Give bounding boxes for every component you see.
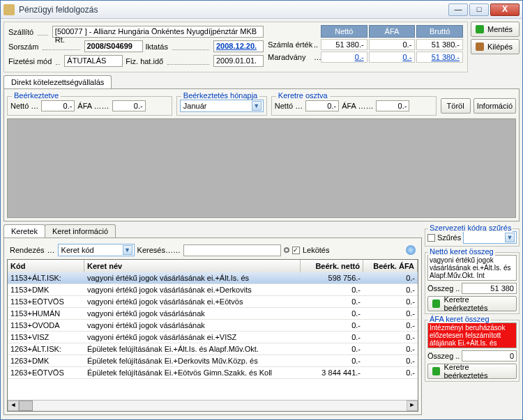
vatbox-desc: Intézményi beruházások előzetesen felszá… [427, 322, 517, 348]
table-row[interactable]: 1153+HUMÁNvagyoni értékű jogok vásárlásá… [8, 308, 418, 320]
received-vat: 0.- [112, 100, 146, 111]
supplier-label: Szállító [8, 28, 33, 36]
remain-net[interactable]: 0.- [321, 52, 367, 63]
table-row[interactable]: 1153+VISZvagyoni értékű jogok vásárlásán… [8, 332, 418, 343]
minimize-button[interactable]: — [448, 3, 468, 16]
window: Pénzügyi feldolgozás — □ X Szállító [500… [0, 0, 523, 420]
chevron-down-icon: ▼ [505, 233, 515, 242]
search-label: Keresés…… [137, 246, 181, 254]
remain-vat[interactable]: 0.- [369, 52, 416, 63]
table-row[interactable]: 1263+ÁLT.ISK:Épületek felújításának Ei.+… [8, 343, 418, 355]
exit-icon [476, 42, 484, 51]
remain-label: Maradvány [268, 53, 314, 61]
sort-label: Rendezés [10, 246, 45, 254]
table-row[interactable]: 1263+EÖTVÖSÉpületek felújításának Ei.+Eö… [8, 367, 418, 379]
seq-label: Sorszám [8, 42, 38, 51]
split-vat: 0.- [376, 100, 409, 111]
orgfilter-legend: Szervezeti kódra szűrés [428, 224, 513, 232]
vatbox-legend: ÁFA keret összeg [428, 315, 491, 323]
chevron-down-icon: ▼ [123, 245, 132, 255]
col-name[interactable]: Keret név [84, 260, 301, 272]
check-icon [476, 25, 484, 33]
chevron-down-icon: ▼ [252, 101, 262, 111]
split-net: 0.- [305, 100, 339, 111]
app-icon [3, 4, 15, 15]
pay-label: Fizetési mód [8, 57, 52, 65]
budget-table: Kód Keret név Beérk. nettó Beérk. ÁFA 11… [7, 259, 418, 412]
reg-label: Iktatás [146, 42, 168, 51]
apply-net-button[interactable]: Keretre beérkeztetés [427, 296, 517, 311]
header-form: Szállító [500077 ] - Allianz Hungária Ön… [3, 22, 468, 72]
due-date[interactable]: 2009.01.01. [213, 55, 264, 67]
table-row[interactable]: 1263+DMKÉpületek felújításának Ei.+Derko… [8, 355, 418, 367]
orgfilter-select[interactable]: ▼ [463, 231, 517, 244]
titlebar[interactable]: Pénzügyi feldolgozás — □ X [1, 1, 522, 19]
supplier-field[interactable]: [500077 ] - Allianz Hungária Önkéntes Ny… [52, 26, 264, 38]
close-button[interactable]: X [490, 3, 520, 16]
pay-field[interactable]: ÁTUTALÁS [64, 55, 123, 67]
remain-gross[interactable]: 51 380.- [416, 52, 463, 63]
window-title: Pénzügyi feldolgozás [19, 5, 447, 15]
save-button[interactable]: Mentés [471, 22, 520, 37]
received-legend: Beérkeztetve [12, 91, 61, 100]
month-legend: Beérkeztetés hónapja [181, 91, 259, 100]
seq-field[interactable]: 2008/S04699 [84, 40, 143, 52]
reg-date[interactable]: 2008.12.20. [213, 40, 264, 52]
h-scrollbar[interactable]: ◄► [8, 400, 418, 411]
tab-keretinfo[interactable]: Keret információ [45, 224, 116, 238]
table-row[interactable]: 1153+EÖTVÖSvagyoni értékű jogok vásárlás… [8, 296, 418, 308]
invoice-net: 51 380.- [321, 39, 367, 50]
netbox-legend: Nettó keret összeg [428, 247, 495, 256]
received-net: 0.- [41, 100, 75, 111]
filter-checkbox[interactable] [427, 234, 435, 242]
delete-button[interactable]: Töröl [441, 98, 471, 114]
info-button[interactable]: Információ [473, 98, 516, 114]
check-icon [432, 367, 440, 375]
table-row[interactable]: 1153+OVODAvagyoni értékű jogok vásárlásá… [8, 320, 418, 332]
table-row[interactable]: 1153+DMKvagyoni értékű jogok vásárlásána… [8, 284, 418, 296]
exit-button[interactable]: Kilépés [471, 39, 520, 54]
bind-checkbox[interactable]: ✓ [292, 247, 300, 254]
search-input[interactable] [183, 244, 281, 256]
check-icon [432, 300, 440, 308]
due-label: Fiz. hat.idő [126, 57, 163, 65]
table-row[interactable]: 1153+ÁLT.ISK:vagyoni értékű jogok vásárl… [8, 272, 418, 284]
commitment-grid[interactable] [7, 118, 516, 218]
info-icon[interactable] [406, 245, 416, 255]
vatbox-sum[interactable]: 0 [462, 350, 517, 361]
col-beerknet[interactable]: Beérk. nettó [301, 260, 363, 272]
tab-keretek[interactable]: Keretek [3, 224, 45, 238]
netbox-sum[interactable]: 51 380 [462, 283, 517, 294]
col-beerkvat[interactable]: Beérk. ÁFA [363, 260, 418, 272]
invoice-gross: 51 380.- [416, 39, 463, 50]
maximize-button[interactable]: □ [469, 3, 489, 16]
col-vat: ÁFA [369, 25, 416, 38]
invoice-label: Számla érték [268, 40, 314, 49]
netbox-desc: vagyoni értékű jogok vásárlásának ei.+Ál… [427, 255, 517, 281]
col-code[interactable]: Kód [8, 260, 84, 272]
col-net: Nettó [321, 25, 367, 38]
split-legend: Keretre osztva [276, 91, 330, 100]
sort-select[interactable]: Keret kód▼ [58, 244, 135, 256]
invoice-vat: 0.- [369, 39, 416, 50]
month-select[interactable]: Január▼ [180, 100, 264, 112]
apply-vat-button[interactable]: Keretre beérkeztetés [427, 364, 517, 379]
search-icon[interactable] [284, 247, 289, 253]
tab-direct[interactable]: Direkt kötelezettségvállalás [3, 75, 112, 88]
col-gross: Bruttó [416, 25, 463, 38]
